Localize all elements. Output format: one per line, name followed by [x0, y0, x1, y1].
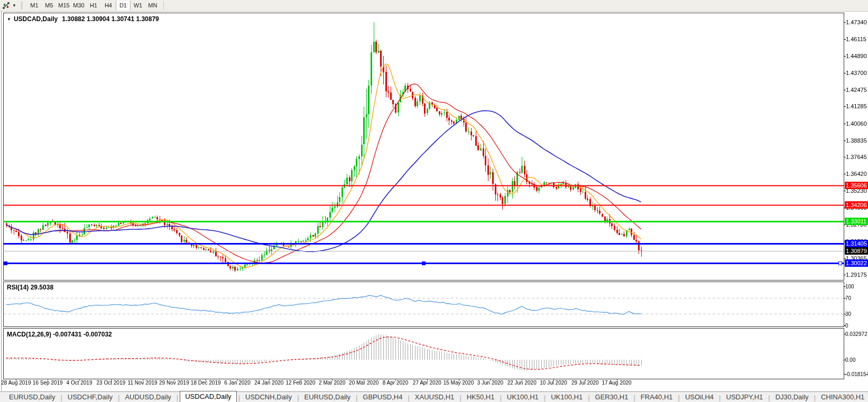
timeframe-button-d1[interactable]: D1	[116, 1, 131, 11]
chart-tab-uk100-h1[interactable]: UK100,H1	[503, 392, 542, 402]
chart-tab-eurusd-daily[interactable]: EURUSD,Daily	[301, 392, 354, 402]
toolbar-separator	[163, 2, 164, 10]
tab-separator: |	[177, 394, 178, 401]
tab-separator: |	[633, 394, 635, 401]
tab-separator: |	[408, 394, 409, 401]
chart-tab-usdchf-daily[interactable]: USDCHF,Daily	[64, 392, 116, 402]
chart-canvas[interactable]	[0, 0, 868, 402]
chart-tab-ger30-h1[interactable]: GER30,H1	[592, 392, 632, 402]
chart-tab-usdcad-daily[interactable]: USDCAD,Daily	[180, 391, 236, 402]
chart-tab-gbpusd-h4[interactable]: GBPUSD,H4	[359, 392, 406, 402]
chart-tab-bar: EURUSD,Daily|USDCHF,Daily|AUDUSD,Daily|U…	[0, 391, 868, 402]
tab-separator: |	[678, 394, 680, 401]
chart-tab-hk50-h1[interactable]: HK50,H1	[463, 392, 498, 402]
timeframe-button-m15[interactable]: M15	[57, 1, 71, 11]
tab-separator: |	[719, 394, 721, 401]
timeframe-button-group: M1M5M15M30H1H4D1W1MN	[27, 1, 160, 11]
tab-separator: |	[356, 394, 357, 401]
chart-tab-fra40-h1[interactable]: FRA40,H1	[637, 392, 677, 402]
timeframe-button-h4[interactable]: H4	[101, 1, 116, 11]
chart-tab-uk100-h1[interactable]: UK100,H1	[547, 392, 586, 402]
chart-tab-dj30-daily[interactable]: DJ30,Daily	[772, 392, 812, 402]
tab-separator: |	[297, 394, 299, 401]
tab-separator: |	[588, 394, 589, 401]
tab-separator: |	[544, 394, 546, 401]
pointer-tool-dropdown-caret[interactable]: ▼	[12, 3, 16, 8]
tab-separator: |	[118, 394, 119, 401]
tab-separator: |	[459, 394, 461, 401]
timeframe-button-mn[interactable]: MN	[145, 1, 160, 11]
toolbar-drag-grip[interactable]	[21, 2, 23, 10]
timeframe-button-m30[interactable]: M30	[71, 1, 86, 11]
pointer-tool-icon[interactable]	[2, 2, 11, 10]
tab-separator: |	[60, 394, 62, 401]
toolbar: ▼ M1M5M15M30H1H4D1W1MN	[0, 0, 868, 12]
tab-separator: |	[768, 394, 770, 401]
timeframe-button-m1[interactable]: M1	[27, 1, 42, 11]
tab-separator: |	[500, 394, 501, 401]
tab-separator: |	[238, 394, 240, 401]
chart-tab-eurusd-daily[interactable]: EURUSD,Daily	[5, 392, 59, 402]
chart-tab-china300-h1[interactable]: CHINA300,H1	[817, 392, 868, 402]
chart-tab-audusd-daily[interactable]: AUDUSD,Daily	[121, 392, 174, 402]
tab-separator: |	[814, 394, 816, 401]
timeframe-button-h1[interactable]: H1	[86, 1, 101, 11]
timeframe-button-m5[interactable]: M5	[42, 1, 57, 11]
chart-tab-usdcnh-daily[interactable]: USDCNH,Daily	[242, 392, 296, 402]
chart-tab-xauusd-h1[interactable]: XAUUSD,H1	[411, 392, 458, 402]
chart-tab-usdjpy-h1[interactable]: USDJPY,H1	[723, 392, 767, 402]
chart-tab-usoil-h4[interactable]: USOil,H4	[681, 392, 717, 402]
timeframe-button-w1[interactable]: W1	[131, 1, 145, 11]
